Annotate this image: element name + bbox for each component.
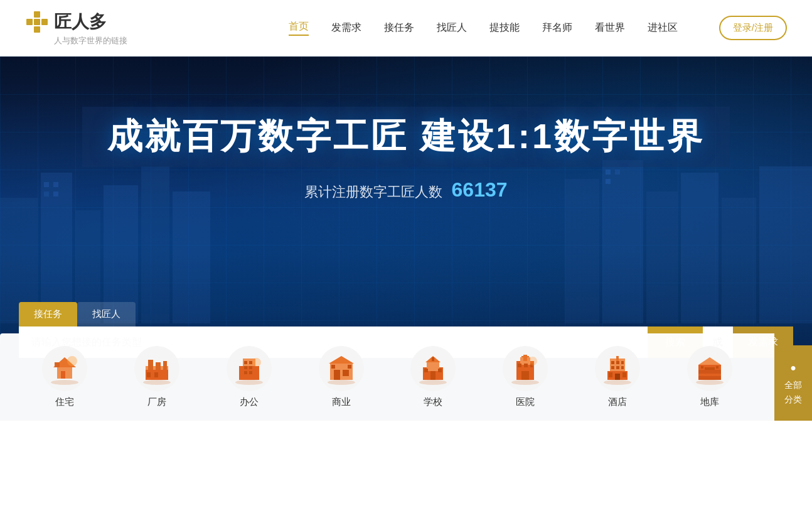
svg-rect-45 [244,371,247,374]
svg-rect-66 [523,355,527,361]
nav-item-community[interactable]: 进社区 [648,21,678,35]
category-icon-factory [134,346,179,391]
hero-subtitle-text: 累计注册数字工匠人数 [304,184,442,200]
svg-rect-53 [331,365,335,369]
svg-rect-78 [621,361,624,364]
svg-rect-37 [154,372,158,377]
category-grid: 住宅 厂房 [19,346,756,408]
hero-content: 成就百万数字工匠 建设1:1数字世界 累计注册数字工匠人数 66137 [0,57,812,202]
category-label-hospital: 医院 [516,396,535,408]
svg-rect-28 [55,362,60,367]
svg-rect-41 [244,361,247,364]
svg-rect-85 [616,356,619,361]
category-item-school[interactable]: 学校 [402,346,464,408]
svg-point-24 [51,380,78,385]
svg-rect-0 [34,11,40,18]
category-item-factory[interactable]: 厂房 [126,346,188,408]
svg-rect-68 [518,364,521,367]
category-item-hotel[interactable]: 酒店 [586,346,649,408]
svg-rect-69 [524,364,528,367]
svg-rect-1 [26,19,33,25]
svg-rect-83 [622,372,626,377]
svg-rect-62 [432,357,434,361]
category-icon-parking [687,346,732,391]
svg-rect-2 [41,19,48,25]
nav-item-home[interactable]: 首页 [289,20,309,36]
nav-item-world[interactable]: 看世界 [595,21,625,35]
nav-item-skill[interactable]: 提技能 [489,21,520,35]
category-section: 住宅 厂房 [0,333,774,421]
svg-rect-61 [438,369,442,372]
svg-rect-4 [34,19,40,25]
category-item-house[interactable]: 住宅 [33,346,96,408]
svg-rect-52 [343,370,349,376]
svg-rect-93 [716,366,719,369]
category-label-house: 住宅 [55,396,74,408]
svg-rect-34 [156,362,161,370]
svg-rect-89 [698,376,721,380]
svg-point-73 [604,380,631,385]
svg-rect-88 [698,370,721,374]
logo-subtitle: 人与数字世界的链接 [54,35,127,46]
svg-rect-35 [163,361,167,370]
nav-item-craftsman[interactable]: 找匠人 [437,21,467,35]
svg-point-30 [143,380,171,385]
svg-point-63 [511,380,539,385]
sidebar-line1: 全部 [784,378,802,392]
svg-rect-82 [609,372,612,377]
all-categories-sidebar[interactable]: ● 全部 分类 [774,345,812,421]
category-label-office: 办公 [240,396,259,408]
nav-item-master[interactable]: 拜名师 [542,21,572,35]
hero-title: 成就百万数字工匠 建设1:1数字世界 [82,107,730,167]
category-label-hotel: 酒店 [608,396,627,408]
svg-rect-57 [427,362,439,371]
category-item-hospital[interactable]: 医院 [494,346,557,408]
category-icon-school [410,346,456,391]
svg-point-86 [696,380,724,385]
svg-point-29 [67,356,77,366]
svg-marker-90 [698,357,721,365]
svg-point-72 [528,357,537,365]
logo-text: 匠人多 [54,10,107,34]
sidebar-arrow-icon: ● [790,360,796,376]
nav-item-task[interactable]: 接任务 [384,21,414,35]
svg-rect-43 [244,366,247,369]
category-icon-house [42,346,87,391]
svg-rect-81 [621,366,624,369]
svg-rect-3 [34,26,40,33]
search-tabs: 接任务 找匠人 [19,302,793,326]
svg-rect-67 [521,356,529,357]
login-register-button[interactable]: 登录/注册 [719,16,787,40]
svg-rect-54 [348,365,351,369]
category-icon-hospital [503,346,548,391]
svg-rect-46 [249,371,252,374]
svg-rect-77 [616,361,619,364]
svg-point-48 [328,380,355,385]
svg-rect-60 [424,369,428,372]
logo-area: 匠人多 人与数字世界的链接 [25,10,127,46]
svg-rect-33 [148,360,153,370]
hero-subtitle-row: 累计注册数字工匠人数 66137 [0,178,812,202]
category-label-parking: 地库 [700,396,719,408]
svg-point-38 [235,380,263,385]
svg-rect-27 [61,371,65,379]
category-label-commercial: 商业 [332,396,351,408]
svg-point-55 [419,380,447,385]
category-item-commercial[interactable]: 商业 [310,346,373,408]
svg-rect-51 [334,370,340,380]
nav-item-post[interactable]: 发需求 [331,21,361,35]
logo-icon [25,10,49,34]
category-item-office[interactable]: 办公 [218,346,280,408]
svg-rect-92 [701,366,703,369]
tab-accept-task[interactable]: 接任务 [19,302,77,326]
tab-find-craftsman[interactable]: 找匠人 [77,302,136,326]
svg-rect-84 [615,374,620,380]
svg-rect-79 [611,366,614,369]
svg-rect-80 [616,366,619,369]
nav: 首页 发需求 接任务 找匠人 提技能 拜名师 看世界 进社区 登录/注册 [289,16,787,40]
category-item-parking[interactable]: 地库 [678,346,741,408]
svg-marker-50 [329,356,354,364]
svg-rect-44 [249,366,252,369]
header: 匠人多 人与数字世界的链接 首页 发需求 接任务 找匠人 提技能 拜名师 看世界… [0,0,812,57]
category-label-school: 学校 [424,396,442,408]
